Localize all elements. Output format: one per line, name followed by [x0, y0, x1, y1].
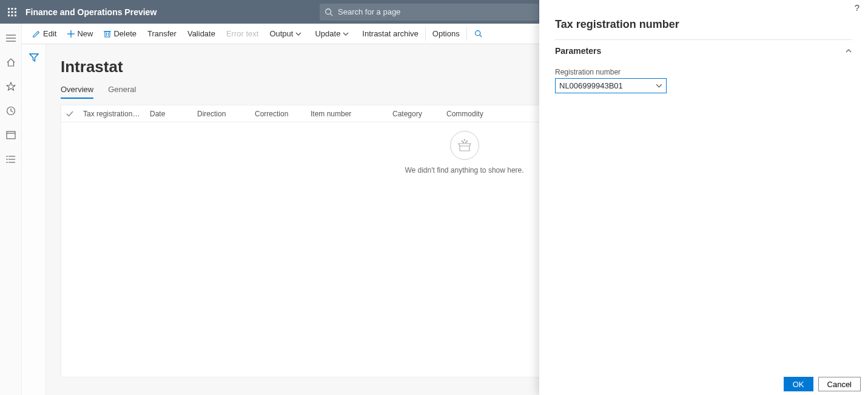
- chevron-down-icon: [295, 31, 301, 37]
- svg-point-35: [466, 141, 467, 141]
- svg-point-30: [7, 159, 7, 160]
- page-search-button[interactable]: [468, 24, 491, 44]
- delete-label: Delete: [113, 29, 136, 38]
- nav-rail: [0, 24, 22, 395]
- parameters-label: Parameters: [555, 46, 601, 56]
- svg-point-17: [475, 31, 480, 36]
- workspace-icon: [6, 131, 16, 139]
- filter-rail: [22, 44, 46, 395]
- plus-icon: [67, 30, 75, 38]
- validate-label: Validate: [187, 29, 215, 38]
- nav-workspaces[interactable]: [5, 129, 17, 141]
- empty-message: We didn't find anything to show here.: [405, 166, 523, 174]
- home-icon: [6, 58, 16, 67]
- svg-point-29: [7, 156, 7, 157]
- svg-rect-1: [12, 8, 13, 10]
- col-date[interactable]: Date: [145, 110, 192, 118]
- update-button[interactable]: Update: [309, 24, 357, 44]
- registration-number-label: Registration number: [555, 68, 852, 76]
- nav-home[interactable]: [5, 56, 17, 68]
- svg-rect-2: [15, 8, 16, 10]
- edit-button[interactable]: Edit: [27, 24, 62, 44]
- col-direction[interactable]: Direction: [192, 110, 250, 118]
- new-label: New: [77, 29, 93, 38]
- svg-marker-22: [7, 82, 15, 90]
- nav-modules[interactable]: [5, 153, 17, 165]
- select-all-column[interactable]: [61, 110, 78, 118]
- col-commodity[interactable]: Commodity: [442, 110, 502, 118]
- app-launcher-icon[interactable]: [0, 8, 24, 16]
- transfer-label: Transfer: [147, 29, 177, 38]
- filter-button[interactable]: [29, 53, 39, 395]
- svg-point-33: [462, 141, 462, 141]
- intrastat-archive-label: Intrastat archive: [362, 29, 419, 38]
- separator: [425, 27, 426, 41]
- svg-point-37: [465, 142, 466, 142]
- tab-general[interactable]: General: [108, 85, 136, 99]
- tab-overview[interactable]: Overview: [61, 85, 93, 99]
- validate-button[interactable]: Validate: [182, 24, 221, 44]
- svg-rect-0: [8, 8, 10, 10]
- svg-rect-8: [15, 15, 16, 16]
- separator: [466, 27, 467, 41]
- app-title: Finance and Operations Preview: [25, 7, 156, 17]
- list-icon: [6, 155, 16, 164]
- options-button[interactable]: Options: [427, 24, 465, 44]
- cancel-button[interactable]: Cancel: [818, 377, 861, 391]
- nav-favorites[interactable]: [5, 81, 17, 93]
- search-placeholder: Search for a page: [338, 7, 400, 16]
- funnel-icon: [29, 53, 39, 62]
- nav-recent[interactable]: [5, 105, 17, 117]
- nav-expand-button[interactable]: [5, 32, 17, 44]
- svg-point-9: [326, 8, 331, 14]
- svg-line-10: [331, 13, 333, 16]
- hamburger-icon: [6, 35, 16, 42]
- chevron-down-icon: [343, 31, 349, 37]
- search-icon: [325, 8, 333, 16]
- chevron-down-icon: [656, 82, 662, 89]
- transfer-button[interactable]: Transfer: [142, 24, 182, 44]
- check-icon: [66, 110, 73, 118]
- svg-rect-7: [12, 15, 13, 16]
- help-button[interactable]: ?: [855, 2, 860, 13]
- svg-rect-24: [7, 131, 15, 139]
- options-label: Options: [432, 29, 460, 38]
- output-button[interactable]: Output: [264, 24, 309, 44]
- svg-rect-3: [8, 11, 10, 13]
- flyout-title: Tax registration number: [539, 15, 868, 39]
- edit-label: Edit: [43, 29, 56, 38]
- new-button[interactable]: New: [62, 24, 98, 44]
- delete-button[interactable]: Delete: [98, 24, 142, 44]
- empty-box-icon: [457, 138, 473, 153]
- svg-rect-5: [15, 11, 16, 13]
- error-text-label: Error text: [226, 29, 258, 38]
- svg-point-31: [7, 162, 7, 163]
- parameters-section-header[interactable]: Parameters: [555, 39, 852, 64]
- registration-number-select[interactable]: NL006999943B01: [555, 78, 667, 93]
- flyout-panel: ? Tax registration number Parameters Reg…: [539, 0, 868, 395]
- svg-rect-4: [12, 11, 13, 13]
- ok-button[interactable]: OK: [784, 377, 813, 391]
- waffle-icon: [8, 8, 16, 16]
- registration-number-value: NL006999943B01: [559, 81, 623, 90]
- output-label: Output: [269, 29, 293, 38]
- col-item-number[interactable]: Item number: [306, 110, 388, 118]
- col-category[interactable]: Category: [388, 110, 442, 118]
- error-text-button: Error text: [221, 24, 264, 44]
- svg-line-18: [480, 35, 482, 37]
- svg-rect-6: [8, 15, 10, 16]
- search-icon: [474, 30, 482, 38]
- pencil-icon: [32, 30, 41, 38]
- svg-marker-32: [30, 54, 38, 61]
- svg-point-36: [463, 142, 463, 142]
- svg-point-34: [464, 139, 465, 140]
- col-tax-registration[interactable]: Tax registration num...: [78, 110, 145, 118]
- star-icon: [6, 82, 16, 91]
- svg-rect-13: [105, 32, 110, 37]
- trash-icon: [104, 30, 111, 38]
- global-search[interactable]: Search for a page: [320, 4, 539, 21]
- clock-icon: [6, 106, 16, 116]
- intrastat-archive-button[interactable]: Intrastat archive: [357, 24, 424, 44]
- empty-icon: [450, 131, 479, 160]
- col-correction[interactable]: Correction: [250, 110, 306, 118]
